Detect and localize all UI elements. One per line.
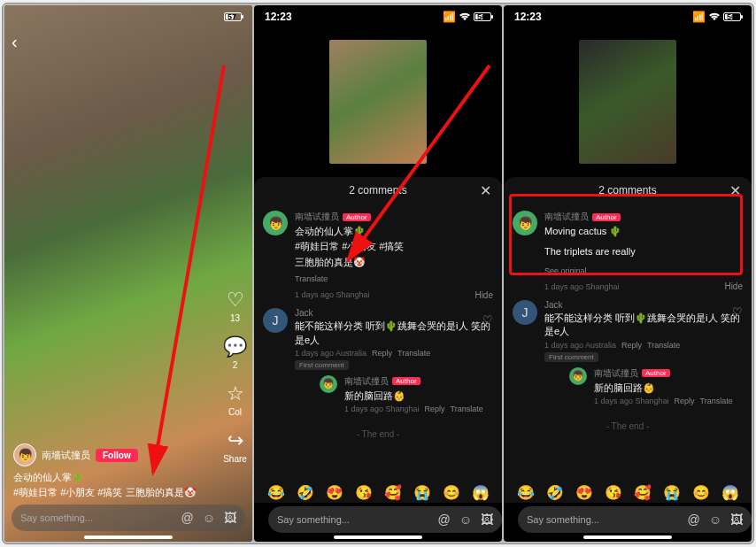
emoji-option[interactable]: 🥰 (384, 484, 402, 501)
emoji-quick-bar: 😂 🤣 😍 😘 🥰 😭 😊 😱 (254, 482, 502, 503)
caption-block: 👦 南墙试撞员 Follow 会动的仙人掌🌵 #萌娃日常 #小朋友 #搞笑 三胞… (13, 443, 208, 499)
first-comment-badge: First comment (544, 352, 598, 362)
status-time: 12:23 (265, 11, 292, 23)
comment-input-bar[interactable]: Say something... @ ☺ 🖼 (268, 506, 502, 533)
hide-button[interactable]: Hide (474, 290, 493, 300)
comment-text-line2: #萌娃日常 #小朋友 #搞笑 (295, 240, 493, 253)
battery-icon: 56 (723, 12, 741, 21)
back-button[interactable]: ‹ (12, 32, 18, 52)
input-placeholder: Say something... (277, 514, 437, 525)
comments-count-label: 2 comments (349, 184, 406, 196)
emoji-option[interactable]: 🤣 (546, 484, 564, 501)
mention-icon[interactable]: @ (687, 512, 699, 527)
image-icon[interactable]: 🖼 (481, 512, 493, 527)
emoji-option[interactable]: 😭 (413, 484, 431, 501)
comment-author-name[interactable]: 南墙试撞员 (295, 211, 339, 223)
comment-icon: 💬 (223, 335, 247, 358)
reply-author-name[interactable]: 南墙试撞员 (594, 367, 638, 380)
video-thumbnail (329, 40, 427, 164)
share-button[interactable]: ↪ Share (223, 429, 247, 464)
author-badge: Author (642, 369, 670, 377)
comment-input-bar[interactable]: Say something... @ ☺ 🖼 (12, 505, 245, 531)
avatar[interactable]: 👦 (320, 375, 337, 393)
comments-list[interactable]: 👦 南墙试撞员 Author 会动的仙人掌🌵 #萌娃日常 #小朋友 #搞笑 三胞… (254, 204, 502, 482)
input-placeholder: Say something... (527, 514, 687, 525)
translate-link[interactable]: Translate (451, 404, 483, 413)
comment-button[interactable]: 💬 2 (223, 335, 247, 370)
like-comment-icon[interactable]: ♡ (732, 305, 743, 319)
home-indicator[interactable] (84, 535, 173, 539)
emoji-option[interactable]: 😍 (575, 484, 593, 501)
reply-text: 新的脑回路👶 (344, 389, 493, 403)
emoji-option[interactable]: 😊 (443, 484, 460, 501)
mention-icon[interactable]: @ (181, 511, 193, 525)
follow-button[interactable]: Follow (96, 449, 138, 462)
emoji-option[interactable]: 😍 (326, 484, 343, 501)
comment-text: 能不能这样分类 听到🌵跳舞会哭的是i人 笑的是e人 (544, 312, 743, 339)
reply-timestamp: 1 days ago Shanghai (594, 397, 669, 405)
reply-link[interactable]: Reply (675, 397, 695, 405)
annotation-highlight (509, 194, 743, 275)
status-bar: 12:23 📶 56 (254, 5, 502, 27)
emoji-option[interactable]: 😊 (692, 484, 710, 501)
avatar[interactable]: J (513, 300, 537, 325)
emoji-option[interactable]: 😂 (517, 484, 535, 501)
author-avatar[interactable]: 👦 (13, 443, 36, 466)
emoji-icon[interactable]: ☺ (459, 512, 472, 527)
reply-link[interactable]: Reply (425, 404, 445, 413)
translate-link[interactable]: Translate (647, 341, 680, 350)
emoji-icon[interactable]: ☺ (203, 511, 215, 525)
translate-link[interactable]: Translate (295, 274, 328, 283)
comment-item: J Jack 能不能这样分类 听到🌵跳舞会哭的是i人 笑的是e人 1 days … (513, 300, 743, 405)
reply-item: 👦 南墙试撞员 Author 新的脑回路👶 1 days ago Shangha… (320, 375, 493, 413)
collect-button[interactable]: ☆ Col (227, 382, 244, 417)
star-icon: ☆ (227, 382, 244, 405)
close-icon[interactable]: ✕ (480, 182, 491, 199)
video-thumbnail-area[interactable] (504, 27, 752, 177)
reply-item: 👦 南墙试撞员 Author 新的脑回路👶 1 days ago Shangha… (569, 367, 743, 405)
wifi-icon (459, 12, 471, 21)
home-indicator[interactable] (583, 535, 672, 539)
end-of-comments: - The end - (513, 421, 743, 431)
emoji-option[interactable]: 🤣 (297, 484, 314, 501)
comment-input-bar[interactable]: Say something... @ ☺ 🖼 (518, 506, 752, 533)
avatar[interactable]: J (263, 308, 288, 333)
comment-text-line1: 会动的仙人掌🌵 (295, 225, 493, 238)
reply-timestamp: 1 days ago Shanghai (344, 404, 420, 413)
emoji-option[interactable]: 😱 (721, 484, 739, 501)
video-thumbnail-area[interactable] (254, 27, 502, 177)
image-icon[interactable]: 🖼 (730, 512, 743, 527)
wifi-icon (708, 12, 721, 21)
emoji-icon[interactable]: ☺ (709, 512, 721, 527)
author-name[interactable]: 南墙试撞员 (42, 448, 90, 463)
translate-link[interactable]: Translate (700, 397, 733, 405)
hide-button[interactable]: Hide (724, 281, 743, 291)
like-count: 13 (230, 313, 240, 323)
reply-link[interactable]: Reply (372, 349, 392, 358)
comment-timestamp: 1 days ago Shanghai (544, 282, 620, 291)
like-button[interactable]: ♡ 13 (227, 289, 244, 323)
reply-link[interactable]: Reply (621, 341, 642, 350)
like-comment-icon[interactable]: ♡ (482, 313, 493, 327)
emoji-option[interactable]: 🥰 (634, 484, 652, 501)
reply-author-name[interactable]: 南墙试撞员 (344, 375, 389, 388)
translate-link[interactable]: Translate (397, 349, 430, 358)
emoji-option[interactable]: 😘 (605, 484, 622, 501)
status-bar: 12:23 📶 56 (504, 5, 752, 27)
battery-icon: 56 (474, 12, 491, 21)
comment-author-name[interactable]: Jack (544, 300, 563, 310)
emoji-option[interactable]: 😘 (355, 484, 373, 501)
input-placeholder: Say something... (20, 512, 181, 523)
home-indicator[interactable] (334, 535, 422, 539)
avatar[interactable]: 👦 (263, 211, 288, 235)
emoji-option[interactable]: 😭 (663, 484, 681, 501)
status-time: 12:23 (514, 11, 542, 23)
comment-timestamp: 1 days ago Australia (544, 341, 616, 350)
comment-author-name[interactable]: Jack (295, 308, 313, 318)
emoji-option[interactable]: 😂 (267, 484, 285, 501)
emoji-option[interactable]: 😱 (472, 484, 490, 501)
image-icon[interactable]: 🖼 (224, 511, 236, 525)
signal-icon: 📶 (692, 11, 706, 23)
mention-icon[interactable]: @ (437, 512, 450, 527)
avatar[interactable]: 👦 (569, 367, 587, 385)
